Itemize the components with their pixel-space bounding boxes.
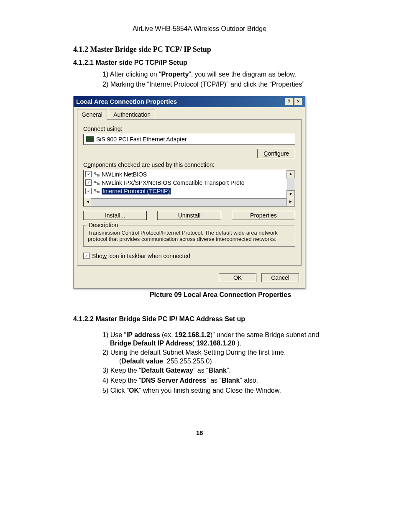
description-text: Transmission Control Protocol/Internet P… — [88, 230, 291, 242]
component-label-1: NWLink NetBIOS — [102, 171, 147, 178]
component-nwlink-netbios[interactable]: ✓ NWLink NetBIOS — [84, 170, 286, 179]
s1-bold4: 192.168.1.20 — [196, 340, 235, 347]
dialog-footer: OK Cancel — [74, 269, 305, 288]
component-buttons-row: Install... Uninstall Properties — [83, 211, 295, 220]
instruction-2-line2: (Default value: 255.255.255.0) — [119, 358, 366, 365]
dialog-screenshot: Local Area Connection Properties ? × Gen… — [73, 96, 304, 289]
help-button[interactable]: ? — [285, 98, 293, 105]
s2-bold: Default value — [121, 358, 163, 365]
s3-a: 3) Keep the “ — [102, 367, 141, 374]
sub-heading-4122: 4.1.2.2 Master Bridge Side PC IP/ MAC Ad… — [73, 315, 399, 323]
ok-button[interactable]: OK — [219, 273, 256, 282]
svg-rect-1 — [97, 174, 100, 176]
step-2: 2) Marking the “Internet Protocol (TCP/I… — [102, 80, 366, 89]
protocol-icon — [93, 188, 100, 194]
window-buttons: ? × — [285, 98, 302, 105]
s5-bold: OK — [129, 387, 139, 394]
s4-c: ” also. — [240, 377, 258, 384]
scroll-left-button[interactable]: ◄ — [84, 198, 92, 206]
scroll-right-button[interactable]: ► — [286, 198, 295, 206]
scroll-down-button[interactable]: ▼ — [286, 190, 295, 199]
adapter-name: SiS 900 PCI Fast Ethernet Adapter — [96, 136, 187, 143]
s1-text-a: 1) Use “ — [102, 331, 126, 338]
close-button[interactable]: × — [294, 98, 302, 105]
scroll-track-horizontal[interactable] — [91, 198, 287, 206]
description-legend: Description — [87, 222, 120, 228]
component-label-3: Internet Protocol (TCP/IP) — [102, 188, 171, 194]
section-heading-412: 4.1.2 Master Bridge side PC TCP/ IP Setu… — [73, 45, 399, 54]
svg-rect-7 — [97, 191, 100, 193]
show-icon-checkbox[interactable]: ✓ — [83, 253, 90, 259]
s1-text-e: ). — [235, 340, 241, 347]
title-bar: Local Area Connection Properties ? × — [74, 96, 305, 107]
protocol-icon — [93, 171, 100, 177]
figure-caption: Picture 09 Local Area Connection Propert… — [42, 291, 399, 299]
s1-text-b: (ex. — [160, 331, 175, 338]
s4-bold2: Blank — [222, 377, 240, 384]
cancel-button[interactable]: Cancel — [261, 273, 299, 282]
instruction-5: 5) Click ”OK” when you finish setting an… — [102, 386, 366, 395]
install-button[interactable]: Install... — [83, 211, 147, 220]
s1-text-d: ( — [192, 340, 197, 347]
s4-a: 4) Keep the “ — [102, 377, 141, 384]
instruction-3: 3) Keep the “Default Gateway” as “Blank”… — [102, 366, 366, 375]
svg-rect-0 — [94, 172, 96, 174]
components-label: Components checked are used by this conn… — [83, 161, 295, 168]
step1-bold: Property — [161, 71, 189, 78]
protocol-icon — [93, 180, 100, 186]
tab-body: Connect using: SiS 900 PCI Fast Ethernet… — [77, 119, 302, 266]
tab-general[interactable]: General — [77, 110, 107, 120]
instruction-1-line2: Bridge Default IP Address( 192.168.1.20 … — [110, 340, 366, 347]
s3-bold1: Default Gateway — [141, 367, 193, 374]
scroll-up-button[interactable]: ▲ — [286, 170, 295, 179]
scroll-track-vertical[interactable] — [287, 178, 295, 191]
step1-text-a: 1) After clicking on “ — [102, 71, 161, 78]
s4-b: ” as “ — [206, 377, 221, 384]
s5-a: 5) Click ” — [102, 387, 129, 394]
tabs-bar: General Authentication — [74, 107, 305, 120]
checkbox-icon[interactable]: ✓ — [85, 179, 92, 186]
tab-authentication[interactable]: Authentication — [109, 110, 155, 119]
window-title: Local Area Connection Properties — [76, 98, 177, 105]
dialog-window: Local Area Connection Properties ? × Gen… — [73, 96, 305, 289]
s2-val: : 255.255.255.0) — [163, 358, 212, 365]
instruction-1: 1) Use “IP address (ex. 192.168.1.2)” un… — [102, 330, 366, 340]
s1-bold2: 192.168.1.2 — [175, 331, 210, 338]
s3-b: ” as “ — [193, 367, 208, 374]
step-1: 1) After clicking on “Property”, you wil… — [102, 70, 366, 79]
instruction-4: 4) Keep the “DNS Server Address” as “Bla… — [102, 376, 366, 385]
configure-button[interactable]: Configure — [257, 149, 295, 158]
component-tcpip[interactable]: ✓ Internet Protocol (TCP/IP) — [84, 187, 286, 195]
instruction-2: 2) Using the default Subnet Mask Setting… — [102, 348, 366, 357]
s5-b: ” when you finish setting and Close the … — [139, 387, 281, 394]
s1-text-c: )” under the same Bridge subnet and — [210, 331, 320, 338]
page-header: AirLive WHB-5854A Wireless Outdoor Bridg… — [0, 25, 399, 33]
page-number: 18 — [0, 429, 399, 436]
show-icon-label: Show icon in taskbar when connected — [92, 253, 190, 259]
connect-using-label: Connect using: — [83, 125, 295, 132]
components-listbox[interactable]: ✓ NWLink NetBIOS ✓ NWLink IPX/SPX/NetBIO… — [83, 170, 295, 207]
s1-bold3: Bridge Default IP Address — [110, 340, 192, 347]
component-label-2: NWLink IPX/SPX/NetBIOS Compatible Transp… — [102, 179, 245, 186]
s4-bold1: DNS Server Address — [141, 377, 207, 384]
show-icon-row: ✓ Show icon in taskbar when connected — [83, 253, 295, 259]
checkbox-icon[interactable]: ✓ — [85, 171, 92, 177]
configure-label: onfigure — [268, 150, 289, 157]
s1-bold1: IP address — [126, 331, 160, 338]
properties-button[interactable]: Properties — [232, 211, 295, 220]
s3-bold2: Blank — [208, 367, 227, 374]
adapter-box: SiS 900 PCI Fast Ethernet Adapter — [83, 134, 295, 145]
description-groupbox: Description Transmission Control Protoco… — [83, 225, 295, 247]
svg-rect-3 — [94, 181, 96, 183]
checkbox-icon[interactable]: ✓ — [85, 188, 92, 194]
svg-rect-6 — [94, 189, 96, 191]
s3-c: ”. — [227, 367, 231, 374]
sub-heading-4121: 4.1.2.1 Master side PC TCP/IP Setup — [73, 59, 399, 66]
uninstall-button[interactable]: Uninstall — [157, 211, 221, 220]
component-nwlink-ipx[interactable]: ✓ NWLink IPX/SPX/NetBIOS Compatible Tran… — [84, 179, 286, 187]
nic-icon — [86, 136, 94, 142]
step1-text-b: ”, you will see the diagram as below. — [189, 71, 296, 78]
svg-rect-4 — [97, 183, 100, 185]
